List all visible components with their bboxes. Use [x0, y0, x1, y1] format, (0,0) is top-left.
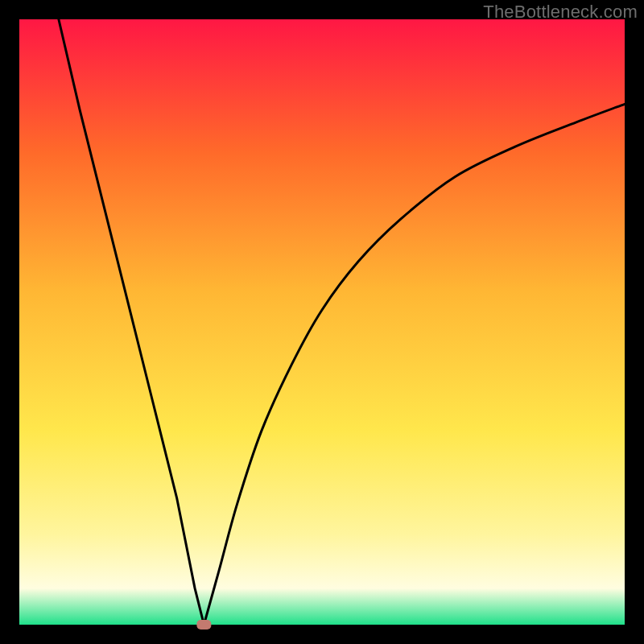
plot-background: [19, 19, 625, 625]
watermark-text: TheBottleneck.com: [483, 2, 638, 23]
minimum-marker: [196, 620, 211, 630]
chart-svg: [0, 0, 644, 644]
chart-container: TheBottleneck.com: [0, 0, 644, 644]
